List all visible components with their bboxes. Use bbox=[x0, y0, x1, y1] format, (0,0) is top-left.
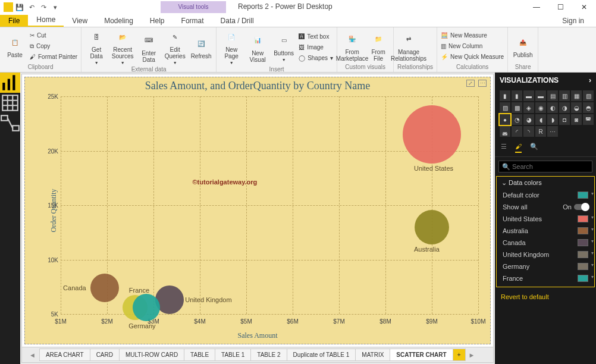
qat-dropdown-icon[interactable]: ▾ bbox=[50, 2, 61, 12]
cut-button[interactable]: ✂Cut bbox=[30, 31, 77, 40]
viz-type-icon[interactable]: ◜ bbox=[512, 126, 522, 137]
page-tab[interactable]: Duplicate of TABLE 1 bbox=[287, 349, 356, 361]
from-file-button[interactable]: 📁From File bbox=[367, 31, 390, 62]
undo-icon[interactable]: ↶ bbox=[26, 2, 37, 12]
data-colors-header[interactable]: ⌄ Data colors bbox=[497, 177, 594, 189]
viz-type-icon[interactable]: ◝ bbox=[523, 126, 534, 137]
publish-button[interactable]: 📤Publish bbox=[512, 34, 534, 58]
series-color-swatch[interactable] bbox=[578, 227, 588, 234]
enter-data-button[interactable]: ⌨Enter Data bbox=[137, 32, 160, 63]
new-column-button[interactable]: ▥New Column bbox=[441, 42, 504, 51]
fields-tab-icon[interactable]: ☰ bbox=[501, 143, 507, 153]
minimize-button[interactable]: — bbox=[525, 0, 548, 14]
chevron-right-icon[interactable]: › bbox=[589, 76, 591, 84]
viz-type-icon[interactable]: ◗ bbox=[547, 114, 558, 125]
tab-format[interactable]: Format bbox=[173, 15, 212, 27]
viz-type-icon[interactable]: ◓ bbox=[583, 102, 594, 113]
viz-type-icon[interactable]: ▨ bbox=[500, 102, 510, 113]
scatter-chart-visual[interactable]: ⤢ ⋯ Sales Amount, and OrderQuantity by C… bbox=[24, 77, 491, 344]
viz-type-icon[interactable]: ▬ bbox=[535, 90, 546, 101]
tab-view[interactable]: View bbox=[64, 15, 96, 27]
report-canvas[interactable]: ⤢ ⋯ Sales Amount, and OrderQuantity by C… bbox=[21, 74, 494, 363]
focus-mode-icon[interactable]: ⤢ bbox=[466, 80, 475, 87]
buttons-button[interactable]: ▭Buttons▼ bbox=[272, 32, 295, 63]
viz-type-icon[interactable]: ◐ bbox=[547, 102, 558, 113]
text-box-button[interactable]: 🅰Text box bbox=[299, 32, 333, 42]
page-next-icon[interactable]: ► bbox=[465, 352, 479, 359]
refresh-button[interactable]: 🔄Refresh bbox=[190, 35, 212, 59]
viz-type-icon[interactable]: ◔ bbox=[512, 114, 522, 125]
image-button[interactable]: 🖼Image bbox=[299, 43, 333, 52]
page-tab[interactable]: TABLE bbox=[184, 349, 215, 361]
bubble-australia[interactable] bbox=[415, 210, 449, 244]
new-quick-measure-button[interactable]: ⚡New Quick Measure bbox=[441, 52, 504, 62]
bubble-canada[interactable] bbox=[90, 274, 119, 302]
viz-type-icon[interactable]: ◖ bbox=[535, 114, 546, 125]
viz-type-icon[interactable]: ◙ bbox=[571, 114, 582, 125]
report-view-button[interactable] bbox=[0, 73, 20, 93]
default-color-swatch[interactable] bbox=[578, 192, 588, 199]
viz-type-icon[interactable]: ◛ bbox=[500, 126, 510, 137]
manage-relationships-button[interactable]: ⇄Manage Relationships bbox=[397, 31, 420, 62]
bubble-germany[interactable] bbox=[133, 294, 160, 321]
revert-to-default-link[interactable]: Revert to default bbox=[495, 290, 596, 304]
visualizations-header[interactable]: VISUALIZATIONS › bbox=[495, 73, 596, 88]
model-view-button[interactable] bbox=[0, 113, 20, 133]
edit-queries-button[interactable]: ✎Edit Queries▼ bbox=[164, 29, 186, 66]
series-color-swatch[interactable] bbox=[578, 263, 588, 270]
viz-type-icon[interactable]: ▥ bbox=[559, 90, 570, 101]
tab-home[interactable]: Home bbox=[28, 14, 64, 27]
format-tab-icon[interactable]: 🖌 bbox=[515, 143, 522, 153]
page-tab[interactable]: SCATTER CHART bbox=[390, 349, 453, 361]
viz-type-icon[interactable]: ▧ bbox=[583, 90, 594, 101]
viz-type-icon[interactable]: ▬ bbox=[523, 90, 534, 101]
page-tab[interactable]: TABLE 1 bbox=[215, 349, 251, 361]
series-color-swatch[interactable] bbox=[578, 251, 588, 258]
more-options-icon[interactable]: ⋯ bbox=[478, 80, 487, 87]
data-view-button[interactable] bbox=[0, 93, 20, 113]
tab-data-drill[interactable]: Data / Drill bbox=[212, 15, 262, 27]
paste-button[interactable]: 📋Paste bbox=[4, 34, 26, 58]
tab-help[interactable]: Help bbox=[142, 15, 173, 27]
viz-type-icon[interactable]: ● bbox=[500, 114, 510, 125]
page-tab[interactable]: CARD bbox=[90, 349, 120, 361]
page-tab[interactable]: AREA CHART bbox=[39, 349, 90, 361]
tab-file[interactable]: File bbox=[0, 15, 28, 27]
tab-modeling[interactable]: Modeling bbox=[96, 15, 142, 27]
new-page-button[interactable]: 📄New Page▼ bbox=[220, 29, 243, 66]
maximize-button[interactable]: ☐ bbox=[548, 0, 572, 14]
viz-type-icon[interactable]: ◑ bbox=[559, 102, 570, 113]
viz-type-icon[interactable]: ⋯ bbox=[547, 126, 558, 137]
show-all-toggle[interactable]: On bbox=[563, 203, 588, 211]
new-visual-button[interactable]: 📊New Visual bbox=[246, 32, 269, 63]
analytics-tab-icon[interactable]: 🔍 bbox=[530, 143, 538, 153]
sign-in-link[interactable]: Sign in bbox=[562, 17, 584, 25]
viz-type-icon[interactable]: ◘ bbox=[559, 114, 570, 125]
viz-type-icon[interactable]: ▮ bbox=[500, 90, 510, 101]
page-tab[interactable]: MULTI-ROW CARD bbox=[119, 349, 184, 361]
viz-type-icon[interactable]: ◕ bbox=[523, 114, 534, 125]
series-color-swatch[interactable] bbox=[578, 239, 588, 246]
viz-type-icon[interactable]: R bbox=[535, 126, 546, 137]
viz-type-icon[interactable]: ◒ bbox=[571, 102, 582, 113]
shapes-button[interactable]: ◯Shapes▾ bbox=[299, 54, 333, 63]
viz-type-icon[interactable]: ◉ bbox=[535, 102, 546, 113]
series-color-swatch[interactable] bbox=[578, 275, 588, 282]
save-icon[interactable]: 💾 bbox=[14, 2, 25, 12]
recent-sources-button[interactable]: 📂Recent Sources▼ bbox=[111, 29, 134, 66]
viz-type-icon[interactable]: ▦ bbox=[571, 90, 582, 101]
page-tab[interactable]: MATRIX bbox=[355, 349, 390, 361]
series-color-swatch[interactable] bbox=[578, 215, 588, 222]
viz-type-icon[interactable]: ▩ bbox=[512, 102, 522, 113]
new-measure-button[interactable]: 🧮New Measure bbox=[441, 31, 504, 40]
page-prev-icon[interactable]: ◄ bbox=[26, 352, 39, 359]
viz-type-icon[interactable]: ◚ bbox=[583, 114, 594, 125]
redo-icon[interactable]: ↷ bbox=[38, 2, 49, 12]
page-tab[interactable]: TABLE 2 bbox=[250, 349, 287, 361]
close-button[interactable]: ✕ bbox=[572, 0, 596, 14]
from-marketplace-button[interactable]: 🏪From Marketplace bbox=[341, 31, 363, 62]
copy-button[interactable]: ⧉Copy bbox=[30, 42, 77, 51]
search-input[interactable] bbox=[498, 161, 592, 172]
bubble-united-states[interactable] bbox=[403, 105, 461, 164]
format-painter-button[interactable]: 🖌Format Painter bbox=[30, 52, 77, 62]
